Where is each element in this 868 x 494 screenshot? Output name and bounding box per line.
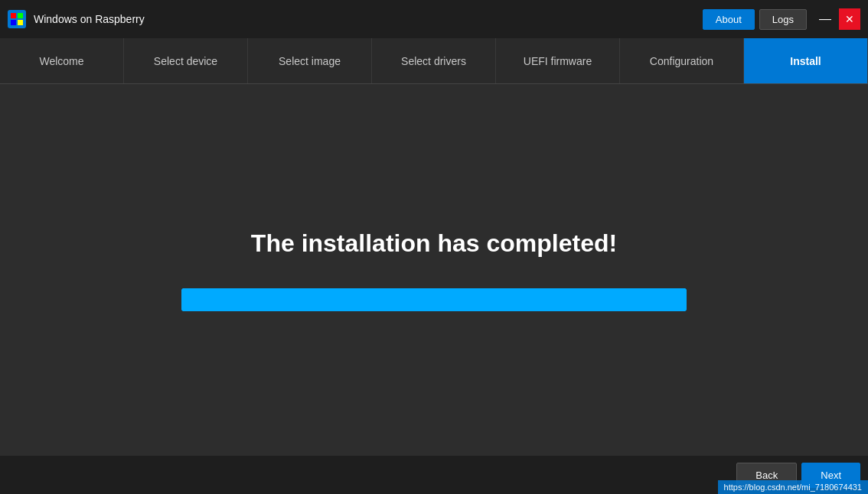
nav-tabs: Welcome Select device Select image Selec… bbox=[0, 38, 868, 84]
logs-button[interactable]: Logs bbox=[759, 9, 807, 30]
title-bar: Windows on Raspberry About Logs — ✕ bbox=[0, 0, 868, 38]
svg-rect-1 bbox=[18, 13, 23, 18]
close-icon: ✕ bbox=[845, 13, 854, 25]
tab-configuration[interactable]: Configuration bbox=[620, 38, 744, 83]
watermark: https://blog.csdn.net/mi_7180674431 bbox=[718, 480, 868, 494]
svg-rect-2 bbox=[11, 20, 16, 25]
tab-welcome[interactable]: Welcome bbox=[0, 38, 124, 83]
progress-bar-fill bbox=[181, 288, 687, 311]
progress-bar-container bbox=[181, 288, 687, 311]
about-button[interactable]: About bbox=[703, 9, 755, 30]
close-button[interactable]: ✕ bbox=[839, 8, 860, 30]
svg-rect-0 bbox=[11, 13, 16, 18]
tab-install[interactable]: Install bbox=[744, 38, 868, 83]
title-bar-left: Windows on Raspberry bbox=[8, 10, 703, 28]
svg-rect-3 bbox=[18, 20, 23, 25]
tab-select-image[interactable]: Select image bbox=[248, 38, 372, 83]
app-icon bbox=[8, 10, 26, 28]
minimize-icon: — bbox=[819, 13, 831, 25]
window-controls: — ✕ bbox=[814, 8, 860, 30]
main-content: The installation has completed! bbox=[0, 84, 868, 456]
tab-uefi-firmware[interactable]: UEFI firmware bbox=[496, 38, 620, 83]
title-bar-right: About Logs bbox=[703, 9, 807, 30]
completion-message: The installation has completed! bbox=[251, 229, 617, 258]
tab-select-drivers[interactable]: Select drivers bbox=[372, 38, 496, 83]
main-window: Windows on Raspberry About Logs — ✕ Welc… bbox=[0, 0, 868, 494]
app-title: Windows on Raspberry bbox=[34, 13, 145, 25]
tab-select-device[interactable]: Select device bbox=[124, 38, 248, 83]
bottom-bar: Back Next https://blog.csdn.net/mi_71806… bbox=[0, 456, 868, 494]
minimize-button[interactable]: — bbox=[814, 8, 836, 30]
